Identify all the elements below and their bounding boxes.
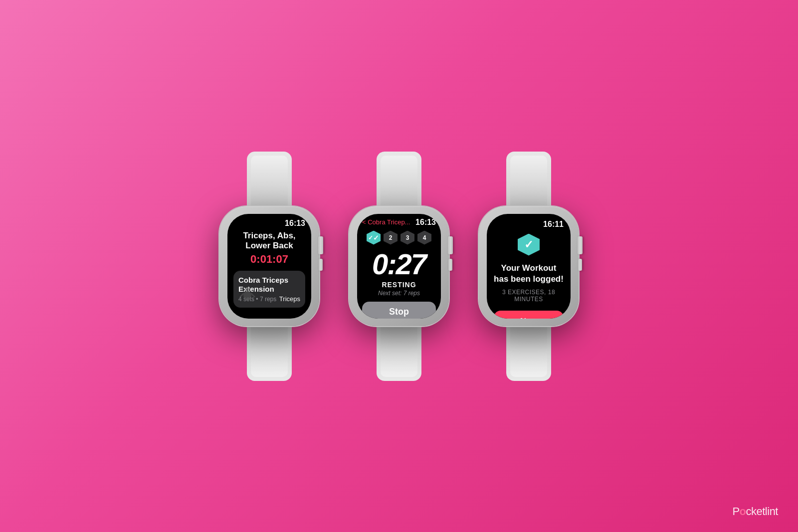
- screen2-time: 16:13: [415, 218, 436, 227]
- screen3-next-workout-button[interactable]: Next Workout: [494, 311, 564, 319]
- watch-1-band-top: [247, 152, 292, 206]
- screen1-status-bar: 16:13: [233, 219, 305, 228]
- screen1-timer: 0:01:07: [233, 253, 305, 266]
- screen2-resting-label: RESTING: [362, 281, 436, 289]
- screen2-back-button[interactable]: < Cobra Tricep...: [362, 218, 410, 226]
- svg-point-1: [243, 291, 251, 301]
- watch-2: < Cobra Tricep... 16:13 ✓ 2 3: [349, 152, 449, 381]
- watch-3-body: 16:11 ✓ Your Workout has been logged! 3 …: [479, 206, 579, 326]
- set-1-checkmark: ✓: [368, 234, 373, 241]
- check-icon: ✓: [524, 238, 533, 251]
- screen3-status-bar: 16:11: [494, 220, 564, 229]
- screen3-content: 16:11 ✓ Your Workout has been logged! 3 …: [487, 214, 571, 319]
- watch-3-screen: 16:11 ✓ Your Workout has been logged! 3 …: [487, 214, 571, 319]
- screen2-next-set: Next set: 7 reps: [362, 290, 436, 297]
- watch-3-band-top: [506, 152, 551, 206]
- watch-1-screen: 16:13 Triceps, Abs, Lower Back 0:01:07 C…: [227, 214, 311, 319]
- screen1-exercise-card: Cobra Triceps Extension 4 sets • 7 reps …: [233, 271, 305, 308]
- set-3-indicator: 3: [400, 231, 414, 245]
- watches-container: 16:13 Triceps, Abs, Lower Back 0:01:07 C…: [219, 152, 579, 381]
- watch-2-screen: < Cobra Tricep... 16:13 ✓ 2 3: [357, 214, 441, 319]
- svg-line-3: [251, 294, 254, 297]
- set-3-label: 3: [406, 234, 409, 241]
- set-4-indicator: 4: [417, 231, 431, 245]
- watch-3-band-bottom: [506, 326, 551, 381]
- screen2-set-indicators: ✓ 2 3 4: [362, 231, 436, 245]
- watch-1-body: 16:13 Triceps, Abs, Lower Back 0:01:07 C…: [219, 206, 319, 326]
- screen3-time: 16:11: [543, 220, 564, 229]
- watch-2-band-top: [377, 152, 421, 206]
- screen1-workout-title: Triceps, Abs, Lower Back: [233, 231, 305, 251]
- screen3-check-badge: ✓: [518, 234, 540, 256]
- set-2-indicator: 2: [384, 231, 398, 245]
- screen3-logged-title: Your Workout has been logged!: [494, 263, 564, 285]
- svg-line-2: [240, 294, 243, 297]
- screen2-content: < Cobra Tricep... 16:13 ✓ 2 3: [357, 214, 441, 319]
- watermark-dot: o: [740, 505, 746, 518]
- screen2-nav-bar: < Cobra Tricep... 16:13: [362, 218, 436, 227]
- screen1-content: 16:13 Triceps, Abs, Lower Back 0:01:07 C…: [227, 214, 311, 313]
- screen1-muscle-label: Triceps: [279, 295, 300, 303]
- pocketlint-watermark: Pocketlint: [732, 505, 778, 518]
- screen2-stop-button[interactable]: Stop: [362, 302, 436, 319]
- watch-1-band-bottom: [247, 326, 292, 381]
- watch-1: 16:13 Triceps, Abs, Lower Back 0:01:07 C…: [219, 152, 319, 381]
- set-2-label: 2: [389, 234, 393, 241]
- set-4-label: 4: [423, 234, 426, 241]
- screen3-workout-stats: 3 EXERCISES, 18 MINUTES: [494, 289, 564, 303]
- watch-2-band-bottom: [377, 326, 421, 381]
- screen1-exercise-icon: [238, 286, 256, 304]
- screen2-rest-timer: 0:27: [362, 250, 436, 279]
- set-1-indicator: ✓: [367, 231, 381, 245]
- watch-2-body: < Cobra Tricep... 16:13 ✓ 2 3: [349, 206, 449, 326]
- screen1-time: 16:13: [285, 219, 305, 228]
- watch-3: 16:11 ✓ Your Workout has been logged! 3 …: [479, 152, 579, 381]
